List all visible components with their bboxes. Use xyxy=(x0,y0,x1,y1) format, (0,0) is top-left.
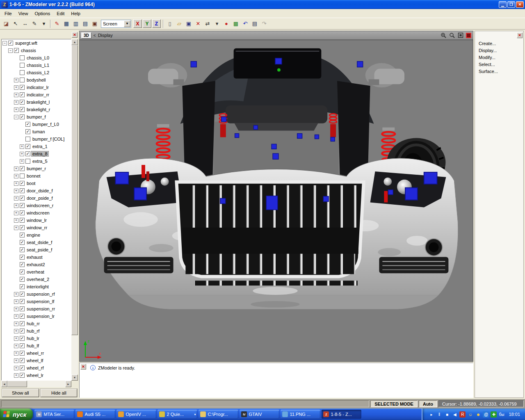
visibility-checkbox[interactable]: ✓ xyxy=(25,144,30,149)
taskbar-button[interactable]: IVGTAIV xyxy=(240,410,279,419)
tree-item-wheel-rf[interactable]: +✓wheel_rf xyxy=(2,364,71,372)
media-stop-icon[interactable]: ■ xyxy=(444,411,450,418)
visibility-checkbox[interactable]: ✓ xyxy=(20,329,25,333)
visibility-checkbox[interactable]: ✓ xyxy=(20,225,25,230)
viewport[interactable]: z x xyxy=(79,40,473,362)
vscroll-thumb[interactable] xyxy=(71,45,78,335)
tree-item-window-rr[interactable]: +✓window_rr xyxy=(2,224,71,231)
scroll-down-icon[interactable]: ▼ xyxy=(71,374,78,381)
visibility-checkbox[interactable]: ✓ xyxy=(20,277,25,282)
expand-icon[interactable]: + xyxy=(14,314,18,319)
tree-item-window-lr[interactable]: +✓window_lr xyxy=(2,217,71,224)
visibility-checkbox[interactable]: ✓ xyxy=(8,41,13,46)
taskbar-button[interactable]: Audi S5 ... xyxy=(75,410,115,419)
expand-icon[interactable]: + xyxy=(14,336,18,341)
taskbar-button[interactable]: MMTA Ser... xyxy=(34,410,74,419)
tree-item-bumper-f-l0[interactable]: ✓bumper_f_L0 xyxy=(2,121,71,128)
visibility-checkbox[interactable]: ✓ xyxy=(20,114,25,119)
tree-item-interiorlight[interactable]: ✓interiorlight xyxy=(2,283,71,290)
taskbar-button[interactable]: 11.PNG ... xyxy=(281,410,320,419)
expand-icon[interactable]: + xyxy=(14,351,18,356)
visibility-checkbox[interactable]: ✓ xyxy=(20,210,25,215)
tree-item-extra-5[interactable]: +extra_5 xyxy=(2,158,71,165)
visibility-checkbox[interactable]: ✓ xyxy=(20,306,25,311)
collapse-icon[interactable]: − xyxy=(8,48,13,53)
expand-icon[interactable]: + xyxy=(20,159,24,164)
tree-item-seat-pside-f[interactable]: ✓seat_pside_f xyxy=(2,246,71,253)
visibility-checkbox[interactable]: ✓ xyxy=(20,181,25,186)
expand-icon[interactable]: + xyxy=(14,181,18,186)
show-all-button[interactable]: Show all xyxy=(2,389,39,397)
expand-icon[interactable]: + xyxy=(14,307,18,311)
visibility-checkbox[interactable]: ✓ xyxy=(20,85,25,90)
visibility-checkbox[interactable]: ✓ xyxy=(20,240,25,245)
visibility-checkbox[interactable]: ✓ xyxy=(20,166,25,171)
minimize-button[interactable]: ▁ xyxy=(499,1,507,8)
expand-icon[interactable]: + xyxy=(20,152,24,156)
visibility-checkbox[interactable]: ✓ xyxy=(20,336,25,341)
tree-item-wheel-lf[interactable]: +✓wheel_lf xyxy=(2,357,71,364)
media-play-icon[interactable]: ▸ xyxy=(428,411,434,418)
collapse-icon[interactable]: − xyxy=(14,115,18,119)
hscroll-track[interactable] xyxy=(7,381,65,387)
expand-icon[interactable]: + xyxy=(14,292,18,297)
visibility-checkbox[interactable]: ✓ xyxy=(20,188,25,193)
tree-item-brakelight-r[interactable]: +✓brakelight_r xyxy=(2,106,71,113)
visibility-checkbox[interactable]: ✓ xyxy=(20,351,25,356)
expand-icon[interactable]: + xyxy=(14,344,18,348)
tree-item-tuman[interactable]: ✓tuman xyxy=(2,128,71,135)
move-tool-icon[interactable]: ↔ xyxy=(21,19,30,28)
zoom-in-icon[interactable] xyxy=(440,32,447,39)
chevron-down-icon[interactable]: ▼ xyxy=(124,21,130,27)
volume-icon[interactable]: ◀ xyxy=(452,411,458,418)
taskbar-button[interactable]: OpenIV ... xyxy=(116,410,156,419)
tree-item-chassis-l1[interactable]: chassis_L1 xyxy=(2,62,71,69)
agent-icon[interactable]: @ xyxy=(483,411,489,418)
visibility-checkbox[interactable]: ✓ xyxy=(20,107,25,112)
new-file-icon[interactable]: ▯ xyxy=(165,19,174,28)
tree-item-bumper-r[interactable]: +✓bumper_r xyxy=(2,165,71,172)
close-panel-icon[interactable]: ✕ xyxy=(72,32,78,38)
collapse-icon[interactable]: − xyxy=(2,41,7,46)
expand-icon[interactable]: + xyxy=(14,218,18,223)
menu-options[interactable]: Options xyxy=(31,10,53,17)
visibility-checkbox[interactable]: ✓ xyxy=(25,151,30,156)
tree-item-hub-rf[interactable]: +✓hub_rf xyxy=(2,327,71,335)
maximize-button[interactable]: ❐ xyxy=(507,1,515,8)
visibility-checkbox[interactable]: ✓ xyxy=(25,122,30,127)
layout-indicator[interactable]: бы xyxy=(498,411,504,418)
visibility-checkbox[interactable]: ✓ xyxy=(20,92,25,97)
delete-icon[interactable]: ✕ xyxy=(194,19,203,28)
taskbar-button[interactable]: Z1-8-5 - Z... xyxy=(322,410,361,419)
wire-edit-icon[interactable]: ✎ xyxy=(52,19,62,28)
command-display[interactable]: Display... xyxy=(475,47,523,54)
active-viewport-indicator[interactable] xyxy=(466,33,471,38)
undo-icon[interactable]: ↶ xyxy=(241,19,250,28)
visibility-checkbox[interactable] xyxy=(25,137,30,142)
messenger-smiley-icon[interactable]: ☺ xyxy=(467,411,473,418)
visibility-checkbox[interactable] xyxy=(20,70,25,75)
visibility-checkbox[interactable]: ✓ xyxy=(20,314,25,319)
tree-item-chassis-l2[interactable]: chassis_L2 xyxy=(2,69,71,76)
tree-item-brakelight-l[interactable]: +✓brakelight_l xyxy=(2,98,71,106)
expand-icon[interactable]: + xyxy=(14,93,18,97)
pen-tool-icon[interactable]: ✎ xyxy=(30,19,39,28)
tree-item-windscreen[interactable]: +✓windscreen xyxy=(2,209,71,217)
maximize-viewport-icon[interactable] xyxy=(457,32,464,39)
expand-icon[interactable]: + xyxy=(14,167,18,171)
expand-icon[interactable]: + xyxy=(14,329,18,333)
screen-mode-select[interactable]: Screen ▼ xyxy=(101,20,131,28)
visibility-checkbox[interactable]: ✓ xyxy=(20,233,25,237)
viewport-pan-icon[interactable]: ▤ xyxy=(81,19,90,28)
tree-item-indicator-lr[interactable]: +✓indicator_lr xyxy=(2,84,71,91)
close-button[interactable]: ✕ xyxy=(516,1,524,8)
view-label[interactable]: Display xyxy=(98,33,113,38)
tree-item-wheel-lr[interactable]: +✓wheel_lr xyxy=(2,372,71,379)
material-sphere-icon[interactable]: ● xyxy=(222,19,231,28)
scroll-right-icon[interactable]: ► xyxy=(65,381,71,387)
zoom-region-icon[interactable] xyxy=(449,32,455,39)
visibility-checkbox[interactable] xyxy=(20,55,25,60)
command-create[interactable]: Create... xyxy=(475,40,523,47)
hscroll-thumb[interactable] xyxy=(7,381,27,387)
close-log-icon[interactable]: ✕ xyxy=(80,364,86,370)
